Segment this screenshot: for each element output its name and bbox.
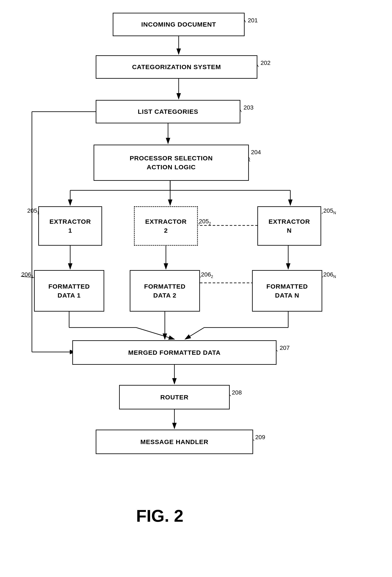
router-label: ROUTER — [160, 394, 189, 401]
router-box: ROUTER — [119, 385, 230, 409]
ref-205n: 205N — [323, 207, 336, 215]
extractorn-box: EXTRACTORN — [257, 206, 321, 246]
categorization-system-box: CATEGORIZATION SYSTEM — [96, 55, 257, 79]
extractor2-label: EXTRACTOR2 — [145, 217, 186, 235]
svg-line-38 — [277, 350, 278, 351]
svg-line-15 — [136, 327, 175, 339]
list-categories-box: LIST CATEGORIES — [96, 100, 240, 123]
ref-2051: 2051 — [27, 207, 39, 215]
ref-207: 207 — [280, 345, 290, 351]
ref-203: 203 — [244, 104, 253, 111]
ref-2061: 2061 — [21, 271, 34, 279]
svg-line-31 — [249, 159, 250, 162]
formattedn-box: FORMATTEDDATA N — [252, 270, 322, 312]
formatted2-label: FORMATTEDDATA 2 — [144, 282, 185, 300]
svg-line-19 — [185, 327, 204, 339]
svg-line-40 — [253, 440, 254, 441]
ref-209: 209 — [255, 434, 265, 441]
diagram: INCOMING DOCUMENT 201 CATEGORIZATION SYS… — [0, 0, 392, 577]
list-categories-label: LIST CATEGORIES — [138, 108, 198, 115]
extractor1-label: EXTRACTOR1 — [49, 217, 91, 235]
svg-line-29 — [240, 110, 241, 112]
formatted2-box: FORMATTEDDATA 2 — [130, 270, 200, 312]
extractor2-box: EXTRACTOR2 — [134, 206, 198, 246]
ref-201: 201 — [248, 17, 258, 24]
formatted1-box: FORMATTEDDATA 1 — [34, 270, 104, 312]
extractorn-label: EXTRACTORN — [268, 217, 310, 235]
svg-line-30 — [249, 157, 250, 159]
svg-line-28 — [257, 65, 258, 67]
ref-204: 204 — [251, 149, 261, 156]
figure-label: FIG. 2 — [136, 506, 183, 526]
formattedn-label: FORMATTEDDATA N — [266, 282, 308, 300]
svg-line-34 — [322, 213, 323, 214]
formatted1-label: FORMATTEDDATA 1 — [48, 282, 90, 300]
ref-206n: 206N — [323, 271, 336, 279]
processor-selection-box: PROCESSOR SELECTIONACTION LOGIC — [94, 144, 249, 181]
svg-line-39 — [230, 395, 231, 396]
ref-208: 208 — [232, 389, 242, 396]
ref-2062: 2062 — [201, 271, 213, 279]
message-handler-box: MESSAGE HANDLER — [96, 430, 253, 454]
incoming-document-box: INCOMING DOCUMENT — [113, 13, 245, 36]
merged-box: MERGED FORMATTED DATA — [72, 340, 277, 365]
merged-label: MERGED FORMATTED DATA — [128, 349, 220, 356]
extractor1-box: EXTRACTOR1 — [38, 206, 102, 246]
categorization-system-label: CATEGORIZATION SYSTEM — [132, 63, 221, 71]
incoming-document-label: INCOMING DOCUMENT — [141, 21, 216, 28]
ref-2052: 2052 — [199, 218, 211, 226]
ref-202: 202 — [261, 60, 271, 66]
processor-selection-label: PROCESSOR SELECTIONACTION LOGIC — [130, 154, 213, 172]
message-handler-label: MESSAGE HANDLER — [140, 438, 209, 446]
svg-line-27 — [245, 20, 246, 22]
